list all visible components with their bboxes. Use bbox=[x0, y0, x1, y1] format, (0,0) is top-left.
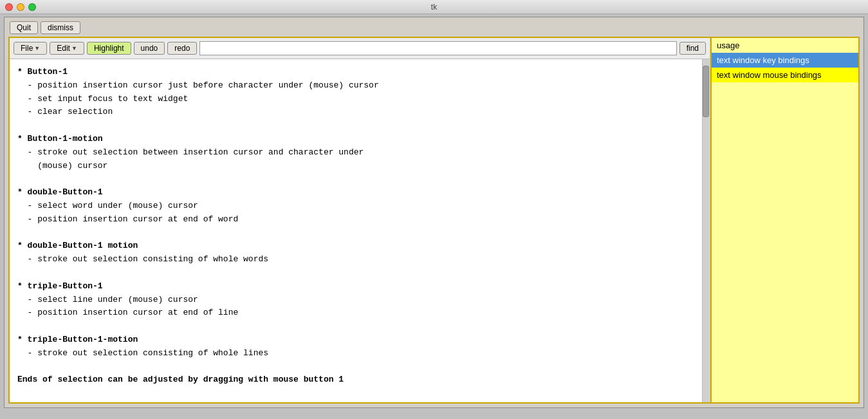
line-1: * Button-1 bbox=[17, 66, 694, 79]
line-22: - stroke out selection consisting of who… bbox=[17, 347, 694, 360]
quit-button[interactable]: Quit bbox=[10, 21, 38, 34]
line-14: * double-Button-1 motion bbox=[17, 239, 694, 253]
scrollbar-thumb[interactable] bbox=[703, 66, 709, 117]
line-11: - select word under (mouse) cursor bbox=[17, 200, 694, 213]
top-bar: Quit dismiss bbox=[6, 19, 862, 37]
line-9 bbox=[17, 172, 694, 186]
line-20 bbox=[17, 320, 694, 333]
file-dropdown-arrow: ▼ bbox=[34, 45, 40, 51]
line-19: - position insertion cursor at end of li… bbox=[17, 306, 694, 320]
line-16 bbox=[17, 266, 694, 280]
window-title: tk bbox=[431, 3, 437, 12]
close-button[interactable] bbox=[5, 3, 13, 11]
redo-button[interactable]: redo bbox=[167, 42, 197, 55]
line-7: - stroke out selection between insertion… bbox=[17, 146, 694, 160]
line-10: * double-Button-1 bbox=[17, 186, 694, 200]
dismiss-button[interactable]: dismiss bbox=[41, 21, 80, 34]
line-8: (mouse) cursor bbox=[17, 160, 694, 173]
toolbar: File ▼ Edit ▼ Highlight undo redo find bbox=[10, 38, 710, 59]
line-18: - select line under (mouse) cursor bbox=[17, 293, 694, 307]
line-13 bbox=[17, 227, 694, 240]
line-2: - position insertion cursor just before … bbox=[17, 79, 694, 93]
window-controls[interactable] bbox=[5, 3, 36, 11]
minimize-button[interactable] bbox=[17, 3, 24, 11]
sidebar-item-key-bindings[interactable]: text window key bindings bbox=[712, 53, 858, 68]
line-3: - set input focus to text widget bbox=[17, 93, 694, 106]
line-5 bbox=[17, 119, 694, 133]
line-23 bbox=[17, 360, 694, 374]
line-21: * triple-Button-1-motion bbox=[17, 333, 694, 347]
edit-label: Edit bbox=[57, 44, 70, 53]
maximize-button[interactable] bbox=[28, 3, 36, 11]
title-bar: tk bbox=[0, 0, 868, 14]
text-panel: File ▼ Edit ▼ Highlight undo redo find *… bbox=[10, 38, 710, 402]
sidebar: usage text window key bindings text wind… bbox=[710, 38, 858, 402]
line-17: * triple-Button-1 bbox=[17, 280, 694, 293]
find-button[interactable]: find bbox=[679, 42, 706, 55]
highlight-button[interactable]: Highlight bbox=[87, 42, 131, 55]
file-menu[interactable]: File ▼ bbox=[14, 42, 47, 55]
edit-menu[interactable]: Edit ▼ bbox=[50, 42, 84, 55]
search-input[interactable] bbox=[199, 41, 676, 55]
sidebar-item-usage[interactable]: usage bbox=[712, 38, 858, 53]
file-label: File bbox=[21, 44, 33, 53]
line-4: - clear selection bbox=[17, 106, 694, 119]
line-15: - stroke out selection consisting of who… bbox=[17, 253, 694, 266]
main-content: File ▼ Edit ▼ Highlight undo redo find *… bbox=[8, 37, 860, 404]
sidebar-item-mouse-bindings[interactable]: text window mouse bindings bbox=[712, 68, 858, 82]
line-6: * Button-1-motion bbox=[17, 133, 694, 146]
undo-button[interactable]: undo bbox=[134, 42, 165, 55]
scrollbar[interactable] bbox=[702, 59, 710, 402]
line-24: Ends of selection can be adjusted by dra… bbox=[17, 373, 694, 387]
text-content: * Button-1 - position insertion cursor j… bbox=[10, 59, 702, 402]
window-outer: Quit dismiss File ▼ Edit ▼ Highlight und… bbox=[4, 17, 864, 408]
line-12: - position insertion cursor at end of wo… bbox=[17, 213, 694, 227]
edit-dropdown-arrow: ▼ bbox=[71, 45, 77, 51]
